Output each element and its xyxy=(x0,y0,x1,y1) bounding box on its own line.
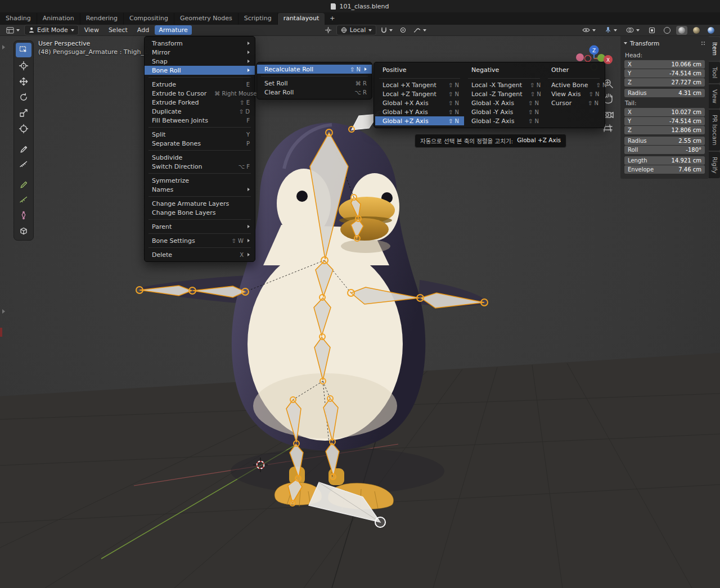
field-head-y[interactable]: Y-74.514 cm xyxy=(624,69,705,78)
menu-item-clear-roll[interactable]: Clear Roll⌥ R xyxy=(257,88,372,97)
menu-item-extrude-to-cursor[interactable]: Extrude to Cursor⌘ Right Mouse xyxy=(145,89,255,98)
menu-item-separate-bones[interactable]: Separate BonesP xyxy=(145,139,255,148)
menu-item-subdivide[interactable]: Subdivide xyxy=(145,153,255,162)
tool-extrude-bone[interactable] xyxy=(16,208,32,223)
tool-move[interactable] xyxy=(16,74,32,89)
menu-item-change-bone-layers[interactable]: Change Bone Layers xyxy=(145,208,255,217)
menu-item-cursor[interactable]: Cursor⇧ N xyxy=(544,98,604,107)
snap-toggle[interactable] xyxy=(378,26,395,34)
workspace-tab-rendering[interactable]: Rendering xyxy=(80,13,124,25)
sidebar-tab-pr-isocam[interactable]: PR Isocam xyxy=(709,110,720,150)
shading-solid-button[interactable] xyxy=(676,26,687,35)
menu-item-delete[interactable]: DeleteX xyxy=(145,250,255,259)
field-length[interactable]: Length14.921 cm xyxy=(624,156,705,165)
proportional-editing-toggle[interactable] xyxy=(397,26,409,34)
menu-item-bone-settings[interactable]: Bone Settings⇧ W xyxy=(145,236,255,245)
workspace-tab-rantalayout[interactable]: rantalayout xyxy=(278,13,325,25)
region-expand-arrow[interactable] xyxy=(2,45,5,49)
menu-item-change-armature-layers[interactable]: Change Armature Layers xyxy=(145,199,255,208)
menu-item-global-pz-axis[interactable]: Global +Z Axis⇧ N xyxy=(375,116,464,125)
workspace-tab-geometry-nodes[interactable]: Geometry Nodes xyxy=(174,13,238,25)
panel-grip-icon[interactable] xyxy=(701,41,705,46)
menu-item-local-nz-tangent[interactable]: Local -Z Tangent⇧ N xyxy=(464,89,544,98)
menu-item-bone-roll[interactable]: Bone Roll xyxy=(145,66,255,75)
shading-material-button[interactable] xyxy=(691,26,702,35)
menu-item-local-px-tangent[interactable]: Local +X Tangent⇧ N xyxy=(375,80,464,89)
tool-rotate[interactable] xyxy=(16,90,32,105)
menu-item-duplicate[interactable]: Duplicate⇧ D xyxy=(145,107,255,116)
visibility-dropdown[interactable] xyxy=(579,27,598,33)
tool-select-box[interactable] xyxy=(16,43,32,57)
menu-item-snap[interactable]: Snap xyxy=(145,57,255,66)
field-head-x[interactable]: X10.066 cm xyxy=(624,60,705,69)
tool-scale[interactable] xyxy=(16,106,32,120)
menu-item-global-ny-axis[interactable]: Global -Y Axis⇧ N xyxy=(464,107,544,116)
menu-item-transform[interactable]: Transform xyxy=(145,39,255,48)
field-tail-y[interactable]: Y-74.514 cm xyxy=(624,117,705,125)
menu-item-parent[interactable]: Parent xyxy=(145,222,255,231)
workspace-tab-scripting[interactable]: Scripting xyxy=(238,13,278,25)
menu-item-local-nx-tangent[interactable]: Local -X Tangent⇧ N xyxy=(464,80,544,89)
menu-item-set-roll[interactable]: Set Roll⌘ R xyxy=(257,79,372,88)
menu-item-global-px-axis[interactable]: Global +X Axis⇧ N xyxy=(375,98,464,107)
sidebar-tab-rigify[interactable]: Rigify xyxy=(709,152,720,179)
field-tail-x[interactable]: X10.027 cm xyxy=(624,108,705,116)
sidebar-tab-tool[interactable]: Tool xyxy=(709,62,720,83)
field-roll[interactable]: Roll-180° xyxy=(624,146,705,154)
orientation-dropdown[interactable]: Local xyxy=(336,25,377,35)
panel-header[interactable]: Transform xyxy=(622,37,708,50)
editor-type-button[interactable] xyxy=(3,26,22,34)
menu-item-extrude[interactable]: ExtrudeE xyxy=(145,80,255,89)
shading-wireframe-button[interactable] xyxy=(662,26,673,35)
menu-add[interactable]: Add xyxy=(133,25,153,35)
menu-select[interactable]: Select xyxy=(105,25,132,35)
active-joint[interactable] xyxy=(375,517,385,527)
menu-item-view-axis[interactable]: View Axis⇧ N xyxy=(544,89,604,98)
falloff-dropdown[interactable] xyxy=(411,27,429,34)
field-head-radius[interactable]: Radius4.31 cm xyxy=(624,89,705,97)
menu-item-fill-between-joints[interactable]: Fill Between JointsF xyxy=(145,116,255,125)
tool-roll[interactable] xyxy=(16,177,32,191)
sidebar-tab-view[interactable]: View xyxy=(709,84,720,108)
menu-view[interactable]: View xyxy=(80,25,103,35)
menu-item-global-nz-axis[interactable]: Global -Z Axis⇧ N xyxy=(464,116,544,125)
region-expand-arrow[interactable] xyxy=(2,309,5,314)
menu-armature[interactable]: Armature xyxy=(155,25,192,35)
menu-item-names[interactable]: Names xyxy=(145,185,255,194)
shading-rendered-button[interactable] xyxy=(705,26,717,35)
field-tail-radius[interactable]: Radius2.55 cm xyxy=(624,137,705,145)
field-envelope[interactable]: Envelope7.46 cm xyxy=(624,165,705,174)
gizmos-dropdown[interactable] xyxy=(602,26,620,34)
menu-item-global-nx-axis[interactable]: Global -X Axis⇧ N xyxy=(464,98,544,107)
mode-selector[interactable]: Edit Mode xyxy=(24,25,79,35)
sidebar-tab-item[interactable]: Item xyxy=(709,37,720,61)
panel-collapse-icon[interactable] xyxy=(624,42,627,44)
field-tail-z[interactable]: Z12.806 cm xyxy=(624,126,705,134)
menu-item-recalculate-roll[interactable]: Recalculate Roll⇧ N xyxy=(257,65,372,74)
tool-measure[interactable] xyxy=(16,157,32,171)
menu-item-extrude-forked[interactable]: Extrude Forked⇧ E xyxy=(145,98,255,107)
gizmo-axis-ball[interactable] xyxy=(576,53,584,61)
xray-toggle[interactable] xyxy=(646,26,658,34)
tool-cursor[interactable] xyxy=(16,58,32,73)
menu-item-switch-direction[interactable]: Switch Direction⌥ F xyxy=(145,162,255,171)
menu-item-mirror[interactable]: Mirror xyxy=(145,48,255,57)
menu-item-active-bone[interactable]: Active Bone⇧ N xyxy=(544,80,604,89)
menu-item-global-py-axis[interactable]: Global +Y Axis⇧ N xyxy=(375,107,464,116)
gizmo-axis-ball[interactable] xyxy=(585,56,591,62)
overlays-dropdown[interactable] xyxy=(623,26,642,34)
menu-item-split[interactable]: SplitY xyxy=(145,130,255,139)
tool-transform[interactable] xyxy=(16,121,32,136)
tool-add-primitive[interactable] xyxy=(16,224,32,238)
tool-bone-envelope[interactable] xyxy=(16,192,32,207)
workspace-tab-compositing[interactable]: Compositing xyxy=(124,13,174,25)
workspace-tab-animation[interactable]: Animation xyxy=(37,13,80,25)
menu-separator xyxy=(148,127,251,128)
tool-annotate[interactable] xyxy=(16,141,32,156)
transform-pivot-button[interactable] xyxy=(322,26,335,34)
menu-item-symmetrize[interactable]: Symmetrize xyxy=(145,176,255,185)
menu-item-local-pz-tangent[interactable]: Local +Z Tangent⇧ N xyxy=(375,89,464,98)
field-head-z[interactable]: Z27.727 cm xyxy=(624,78,705,87)
add-workspace-button[interactable]: + xyxy=(325,13,340,25)
workspace-tab-shading[interactable]: Shading xyxy=(0,13,37,25)
